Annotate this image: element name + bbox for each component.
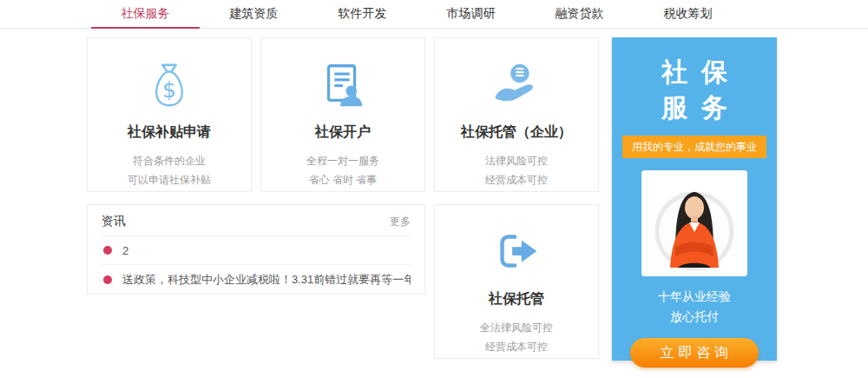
- card-hosting-enterprise[interactable]: 社保托管（企业） 法律风险可控 经营成本可控: [434, 37, 599, 192]
- card-title: 社保托管（企业）: [435, 123, 598, 142]
- export-arrow-icon: [435, 221, 598, 285]
- card-account-opening[interactable]: 社保开户 全程一对一服务 省心 省时 省事: [260, 37, 425, 192]
- services-column: $ 社保补贴申请 符合条件的企业 可以申请社保补贴: [87, 37, 599, 361]
- service-cards-row: $ 社保补贴申请 符合条件的企业 可以申请社保补贴: [87, 37, 599, 192]
- top-nav: 社保服务 建筑资质 软件开发 市场调研 融资贷款 税收筹划: [0, 0, 868, 29]
- card-subsidy-application[interactable]: $ 社保补贴申请 符合条件的企业 可以申请社保补贴: [87, 37, 252, 192]
- tab-construction-qualification[interactable]: 建筑资质: [200, 0, 308, 29]
- news-panel: 资讯 更多 2 送政策，科技型中小企业减税啦！3.31前错过就要再等一年: [87, 204, 425, 295]
- card-description: 符合条件的企业 可以申请社保补贴: [88, 152, 251, 189]
- card-description: 法律风险可控 经营成本可控: [435, 152, 598, 189]
- hand-coin-icon: [435, 54, 598, 118]
- news-title: 资讯: [102, 214, 126, 229]
- tab-financing-loans[interactable]: 融资贷款: [525, 0, 634, 29]
- news-item[interactable]: 2: [102, 236, 411, 265]
- main-content: $ 社保补贴申请 符合条件的企业 可以申请社保补贴: [87, 37, 868, 361]
- tab-tax-planning[interactable]: 税收筹划: [634, 0, 742, 29]
- svg-text:$: $: [162, 77, 176, 103]
- promo-slogan: 用我的专业，成就您的事业: [622, 136, 766, 158]
- news-header: 资讯 更多: [102, 214, 411, 236]
- news-more-link[interactable]: 更多: [390, 215, 411, 229]
- bottom-row: 资讯 更多 2 送政策，科技型中小企业减税啦！3.31前错过就要再等一年: [87, 204, 599, 359]
- card-hosting[interactable]: 社保托管 全法律风险可控 经营成本可控: [434, 204, 599, 359]
- consult-now-button[interactable]: 立即咨询: [630, 338, 759, 368]
- card-title: 社保补贴申请: [88, 123, 251, 142]
- tab-market-research[interactable]: 市场调研: [417, 0, 525, 29]
- bullet-dot-icon: [103, 246, 112, 255]
- promo-title: 社保 服务: [612, 37, 777, 125]
- card-description: 全程一对一服务 省心 省时 省事: [261, 152, 424, 189]
- promo-experience: 十年从业经验 放心托付: [612, 287, 777, 327]
- card-title: 社保开户: [261, 123, 424, 142]
- card-description: 全法律风险可控 经营成本可控: [435, 319, 598, 356]
- news-item[interactable]: 送政策，科技型中小企业减税啦！3.31前错过就要再等一年: [102, 265, 411, 294]
- card-title: 社保托管: [435, 290, 598, 308]
- tab-software-development[interactable]: 软件开发: [308, 0, 417, 29]
- document-user-icon: [261, 54, 424, 118]
- tab-social-insurance[interactable]: 社保服务: [91, 0, 200, 29]
- promo-panel: 社保 服务 用我的专业，成就您的事业 十年从业经验 放心托付 立即咨询: [612, 37, 777, 361]
- consultant-photo: [641, 170, 747, 276]
- bullet-dot-icon: [103, 275, 112, 284]
- money-bag-icon: $: [88, 54, 251, 118]
